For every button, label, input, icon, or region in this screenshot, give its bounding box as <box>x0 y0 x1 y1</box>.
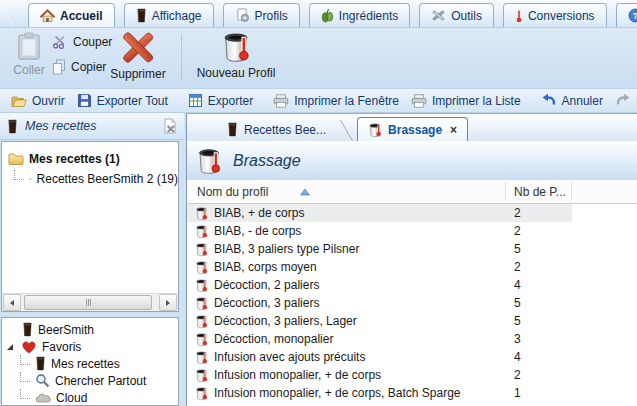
open-folder-icon <box>11 94 27 108</box>
kettle-icon <box>195 224 208 239</box>
column-separator[interactable] <box>505 182 506 201</box>
recipes-tree-pane: Mes recettes (1) Recettes BeerSmith 2 (1… <box>1 141 179 312</box>
nav-item-favoris[interactable]: Favoris <box>2 338 178 355</box>
profile-name: BIAB, corps moyen <box>214 260 317 274</box>
scroll-right-arrow[interactable] <box>159 294 177 311</box>
open-button[interactable]: Ouvrir <box>5 94 71 108</box>
profile-count: 4 <box>514 350 521 364</box>
nav-item-cloud[interactable]: Cloud <box>2 389 178 406</box>
tab-label: Affichage <box>152 9 202 23</box>
print-window-button[interactable]: Imprimer la Fenêtre <box>267 94 405 108</box>
table-row[interactable]: Infusion monopalier, + de corps, Batch S… <box>187 384 637 402</box>
profile-name: BIAB, + de corps <box>214 206 304 220</box>
redo-arrow-icon <box>615 93 631 108</box>
profile-gear-icon <box>235 8 250 23</box>
copy-icon <box>52 59 66 75</box>
beer-glass-icon <box>7 119 18 134</box>
scrollbar-thumb[interactable] <box>24 295 152 310</box>
search-icon <box>35 373 50 388</box>
copy-button[interactable]: Copier <box>52 59 106 75</box>
column-separator[interactable] <box>571 182 572 201</box>
print-list-label: Imprimer la Liste <box>432 94 521 108</box>
beer-glass-icon <box>227 122 238 137</box>
profile-count: 2 <box>514 224 521 238</box>
profile-count: 2 <box>514 368 521 382</box>
table-row[interactable]: BIAB, 3 paliers type Pilsner 5 <box>187 240 637 258</box>
tree-connector <box>20 372 30 382</box>
sort-ascending-icon <box>300 188 310 196</box>
nav-item-mes-recettes[interactable]: Mes recettes <box>2 355 178 372</box>
tab-conversions[interactable]: Conversions <box>503 3 607 27</box>
table-row[interactable]: Infusion monopalier, + de corps 2 <box>187 366 637 384</box>
profile-count: 5 <box>514 242 521 256</box>
table-row[interactable]: BIAB, - de corps 2 <box>187 222 637 240</box>
tab-accueil[interactable]: Accueil <box>28 3 115 27</box>
open-label: Ouvrir <box>32 94 65 108</box>
tab-profils[interactable]: Profils <box>223 3 300 27</box>
tab-ingredients[interactable]: Ingrédients <box>309 3 410 27</box>
table-row[interactable]: Décoction, monopalier 3 <box>187 330 637 348</box>
profile-name: Infusion monopalier, + de corps <box>214 368 381 382</box>
sidebar-header: Mes recettes <box>0 113 184 140</box>
redo-button[interactable]: Restaurer <box>609 93 637 108</box>
nav-item-chercher-partout[interactable]: Chercher Partout <box>2 372 178 389</box>
profile-name: Infusion monopalier, + de corps, Batch S… <box>214 386 461 400</box>
doc-tab-brassage[interactable]: Brassage × <box>357 117 468 141</box>
tree-connector <box>20 389 30 399</box>
scroll-left-arrow[interactable] <box>3 294 21 311</box>
profile-count: 2 <box>514 260 521 274</box>
heart-icon <box>21 340 37 354</box>
table-row[interactable]: BIAB, + de corps 2 <box>187 204 637 222</box>
undo-button[interactable]: Annuler <box>535 93 609 108</box>
kettle-icon <box>195 368 208 383</box>
printer-icon <box>411 94 427 108</box>
table-row[interactable]: Décoction, 2 paliers 4 <box>187 276 637 294</box>
beer-glass-icon <box>136 8 147 23</box>
kettle-icon <box>195 206 208 221</box>
kettle-icon <box>195 350 208 365</box>
document-tab-bar: Recettes Bee... Brassage × <box>186 113 637 141</box>
export-all-button[interactable]: Exporter Tout <box>71 93 174 108</box>
doc-tab-label: Brassage <box>388 123 442 137</box>
tree-item-label: Mes recettes (1) <box>29 152 120 166</box>
print-list-button[interactable]: Imprimer la Liste <box>405 94 527 108</box>
table-row[interactable]: Décoction, 3 paliers, Lager 5 <box>187 312 637 330</box>
table-row[interactable]: Décoction, 3 paliers 5 <box>187 294 637 312</box>
hops-icon <box>321 8 334 23</box>
tab-label: Conversions <box>528 9 595 23</box>
tab-affichage[interactable]: Affichage <box>124 3 214 27</box>
nav-item-beersmith[interactable]: BeerSmith <box>2 321 178 338</box>
table-row[interactable]: Infusion avec ajouts précuits 4 <box>187 348 637 366</box>
ribbon-panel: Coller Couper Copier Supprimer Nouveau P… <box>0 28 637 89</box>
help-icon <box>628 8 637 23</box>
folder-icon <box>8 152 24 166</box>
horizontal-scrollbar[interactable] <box>2 293 178 311</box>
expand-triangle-icon[interactable] <box>6 343 14 351</box>
profile-name: Décoction, 2 paliers <box>214 278 319 292</box>
tab-outils[interactable]: Outils <box>419 3 494 27</box>
column-header-count[interactable]: Nb de P... <box>514 185 566 199</box>
export-sheet-icon <box>188 93 203 108</box>
paste-button[interactable]: Coller <box>6 31 52 77</box>
close-document-icon[interactable] <box>163 118 177 134</box>
doc-tab-label: Recettes Bee... <box>244 123 326 137</box>
delete-button[interactable]: Supprimer <box>103 30 173 81</box>
new-profile-button[interactable]: Nouveau Profil <box>192 30 280 80</box>
tab-label: Ingrédients <box>339 9 398 23</box>
kettle-icon <box>195 314 208 329</box>
home-icon <box>40 9 55 23</box>
column-header-name[interactable]: Nom du profil <box>197 185 268 199</box>
table-row[interactable]: BIAB, corps moyen 2 <box>187 258 637 276</box>
doc-tab-recettes[interactable]: Recettes Bee... <box>217 118 336 141</box>
tree-item-mes-recettes[interactable]: Mes recettes (1) <box>2 150 178 167</box>
paste-label: Coller <box>13 63 44 77</box>
close-tab-button[interactable]: × <box>450 123 457 137</box>
beer-glass-icon <box>22 322 33 337</box>
tree-item-recettes-beersmith2[interactable]: Recettes BeerSmith 2 (19) <box>2 170 178 187</box>
profile-table: BIAB, + de corps 2 BIAB, - de corps 2 BI… <box>186 204 637 406</box>
profile-name: Décoction, 3 paliers, Lager <box>214 314 357 328</box>
export-button[interactable]: Exporter <box>182 93 259 108</box>
undo-label: Annuler <box>562 94 603 108</box>
kettle-icon <box>195 332 208 347</box>
tab-aide[interactable]: Aide <box>616 3 637 27</box>
